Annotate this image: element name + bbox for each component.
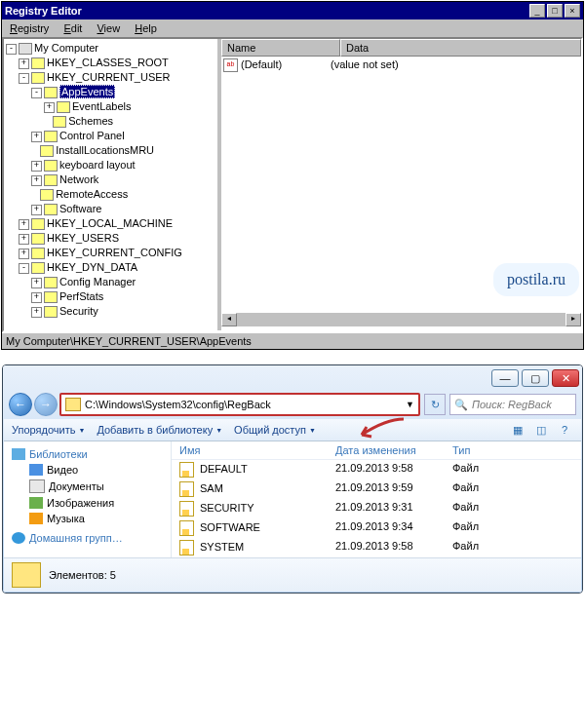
file-row[interactable]: SYSTEM21.09.2013 9:58Файл: [172, 538, 581, 557]
command-toolbar: Упорядочить▼ Добавить в библиотеку▼ Общи…: [4, 419, 581, 441]
file-icon: [179, 481, 194, 497]
maximize-button[interactable]: □: [547, 4, 563, 18]
scroll-left-icon[interactable]: ◂: [221, 313, 237, 326]
tree-hkcc[interactable]: HKEY_CURRENT_CONFIG: [47, 247, 182, 258]
menu-view[interactable]: View: [91, 21, 126, 35]
nav-music[interactable]: Музыка: [12, 511, 163, 526]
address-bar[interactable]: C:\Windows\System32\config\RegBack ▼: [59, 393, 420, 416]
expand-icon[interactable]: +: [19, 58, 29, 69]
registry-tree[interactable]: -My Computer +HKEY_CLASSES_ROOT -HKEY_CU…: [4, 39, 217, 330]
folder-icon: [40, 145, 54, 157]
close-button[interactable]: ×: [565, 4, 580, 18]
tree-hku[interactable]: HKEY_USERS: [47, 232, 119, 244]
file-row[interactable]: SOFTWARE21.09.2013 9:34Файл: [172, 518, 581, 538]
col-name[interactable]: Имя: [172, 444, 335, 456]
expand-icon[interactable]: +: [31, 205, 42, 215]
collapse-icon[interactable]: -: [6, 44, 17, 55]
menu-registry[interactable]: Registry: [4, 21, 55, 35]
folder-icon: [44, 291, 58, 303]
expand-icon[interactable]: +: [31, 278, 42, 288]
preview-pane-button[interactable]: ◫: [532, 422, 550, 438]
tree-appevents-selected[interactable]: AppEvents: [59, 85, 115, 98]
scroll-track[interactable]: [237, 313, 566, 326]
col-data[interactable]: Data: [340, 39, 581, 57]
nav-documents[interactable]: Документы: [12, 478, 163, 495]
titlebar[interactable]: Registry Editor _ □ ×: [2, 2, 583, 19]
tree-root[interactable]: My Computer: [34, 42, 98, 54]
libraries-icon: [12, 448, 25, 460]
files-pane[interactable]: Имя Дата изменения Тип DEFAULT21.09.2013…: [172, 441, 581, 557]
tree-security[interactable]: Security: [59, 305, 98, 317]
expand-icon[interactable]: +: [19, 234, 29, 245]
expand-icon[interactable]: +: [31, 175, 42, 186]
refresh-button[interactable]: ↻: [424, 394, 446, 415]
maximize-button[interactable]: ▢: [522, 369, 549, 387]
tree-hkdd[interactable]: HKEY_DYN_DATA: [47, 261, 137, 273]
folder-icon: [40, 189, 54, 201]
tree-perfstats[interactable]: PerfStats: [59, 290, 103, 302]
expand-icon[interactable]: +: [19, 219, 29, 230]
share-button[interactable]: Общий доступ▼: [234, 424, 316, 436]
dropdown-icon[interactable]: ▼: [406, 400, 414, 409]
menu-help[interactable]: Help: [129, 21, 163, 35]
collapse-icon[interactable]: -: [19, 263, 29, 274]
nav-images[interactable]: Изображения: [12, 495, 163, 511]
forward-button[interactable]: →: [34, 393, 58, 416]
tree-hkcr[interactable]: HKEY_CLASSES_ROOT: [47, 57, 169, 68]
expand-icon[interactable]: +: [44, 102, 55, 113]
folder-icon: [44, 306, 58, 318]
file-row[interactable]: DEFAULT21.09.2013 9:58Файл: [172, 460, 581, 479]
tree-network[interactable]: Network: [59, 173, 98, 185]
window-title: Registry Editor: [5, 5, 527, 17]
value-row[interactable]: ab(Default) (value not set): [223, 58, 579, 72]
explorer-panes: Библиотеки Видео Документы Изображения М…: [4, 441, 581, 557]
col-name[interactable]: Name: [221, 39, 340, 57]
folder-icon: [65, 398, 81, 411]
tree-software[interactable]: Software: [59, 203, 101, 214]
include-button[interactable]: Добавить в библиотеку▼: [97, 424, 222, 436]
tree-controlpanel[interactable]: Control Panel: [59, 130, 125, 141]
nav-homegroup[interactable]: Домашняя групп…: [12, 530, 163, 546]
scroll-right-icon[interactable]: ▸: [566, 313, 581, 326]
tree-installloc[interactable]: InstallLocationsMRU: [56, 144, 154, 156]
collapse-icon[interactable]: -: [19, 73, 29, 84]
nav-pane[interactable]: Библиотеки Видео Документы Изображения М…: [4, 441, 172, 557]
menu-edit[interactable]: Edit: [58, 21, 88, 35]
h-scrollbar[interactable]: ◂ ▸: [221, 313, 581, 326]
chevron-down-icon: ▼: [78, 427, 85, 434]
tree-remote[interactable]: RemoteAccess: [56, 188, 128, 200]
back-button[interactable]: ←: [9, 393, 32, 416]
col-date[interactable]: Дата изменения: [335, 444, 452, 456]
tree-configmgr[interactable]: Config Manager: [59, 276, 136, 287]
collapse-icon[interactable]: -: [31, 88, 42, 98]
tree-eventlabels[interactable]: EventLabels: [72, 100, 132, 112]
close-button[interactable]: ✕: [552, 369, 579, 387]
tree-hkcu[interactable]: HKEY_CURRENT_USER: [47, 71, 171, 83]
search-box[interactable]: 🔍Поиск: RegBack: [449, 394, 576, 415]
minimize-button[interactable]: —: [491, 369, 519, 387]
view-button[interactable]: ▦: [509, 422, 526, 438]
tree-keyboard[interactable]: keyboard layout: [59, 159, 136, 171]
nav-libraries[interactable]: Библиотеки: [12, 446, 163, 462]
nav-video[interactable]: Видео: [12, 462, 163, 478]
expand-icon[interactable]: +: [31, 292, 42, 303]
address-toolbar: ← → C:\Windows\System32\config\RegBack ▼…: [4, 390, 581, 419]
tree-schemes[interactable]: Schemes: [68, 115, 113, 127]
col-type[interactable]: Тип: [452, 444, 581, 456]
folder-icon: [44, 160, 58, 172]
file-icon: [179, 520, 194, 536]
image-icon: [29, 497, 43, 509]
expand-icon[interactable]: +: [31, 307, 42, 318]
expand-icon[interactable]: +: [31, 161, 42, 172]
file-row[interactable]: SAM21.09.2013 9:59Файл: [172, 479, 581, 499]
help-button[interactable]: ?: [556, 422, 573, 438]
chevron-down-icon: ▼: [215, 427, 222, 434]
organize-button[interactable]: Упорядочить▼: [12, 424, 85, 436]
file-row[interactable]: SECURITY21.09.2013 9:31Файл: [172, 499, 581, 518]
explorer-titlebar[interactable]: — ▢ ✕: [4, 366, 581, 390]
minimize-button[interactable]: _: [529, 4, 545, 18]
annotation-arrow: [357, 417, 406, 441]
expand-icon[interactable]: +: [31, 132, 42, 142]
expand-icon[interactable]: +: [19, 249, 29, 259]
tree-hklm[interactable]: HKEY_LOCAL_MACHINE: [47, 217, 173, 229]
